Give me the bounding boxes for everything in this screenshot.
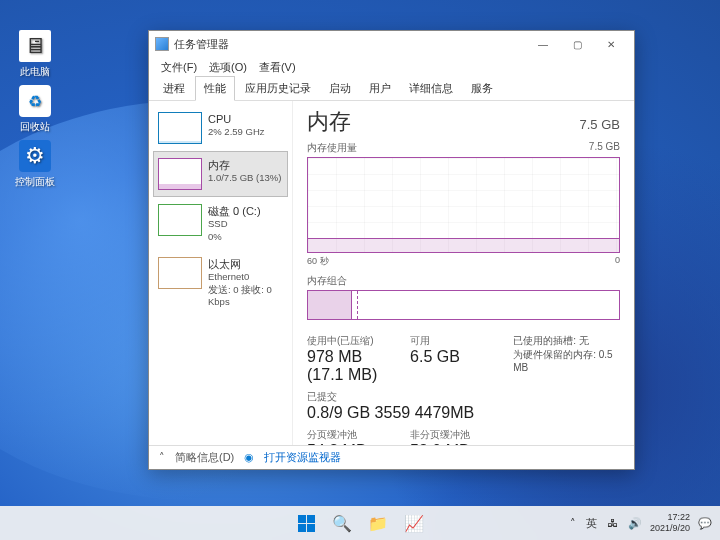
stat-in-use-label: 使用中(已压缩) bbox=[307, 334, 396, 348]
tray-overflow-button[interactable]: ˄ bbox=[568, 515, 578, 532]
sidebar-item-sub2: 0% bbox=[208, 231, 261, 243]
network-icon[interactable]: 🖧 bbox=[605, 515, 620, 531]
desktop-icon-this-pc[interactable]: 🖥 此电脑 bbox=[10, 30, 60, 79]
sidebar-item-sub: 2% 2.59 GHz bbox=[208, 126, 265, 138]
desktop-icon-label: 控制面板 bbox=[10, 175, 60, 189]
page-title: 内存 bbox=[307, 107, 351, 137]
tab-services[interactable]: 服务 bbox=[463, 77, 501, 100]
task-manager-window: 任务管理器 — ▢ ✕ 文件(F) 选项(O) 查看(V) 进程 性能 应用历史… bbox=[148, 30, 635, 470]
tab-startup[interactable]: 启动 bbox=[321, 77, 359, 100]
sidebar-item-ethernet[interactable]: 以太网 Ethernet0 发送: 0 接收: 0 Kbps bbox=[153, 250, 288, 315]
system-tray: ˄ 英 🖧 🔊 17:22 2021/9/20 💬 bbox=[568, 506, 714, 540]
chart-x-right: 0 bbox=[615, 255, 620, 268]
volume-icon[interactable]: 🔊 bbox=[626, 515, 644, 532]
taskbar[interactable]: 🔍 📁 📈 ˄ 英 🖧 🔊 17:22 2021/9/20 💬 bbox=[0, 506, 720, 540]
control-panel-icon: ⚙ bbox=[19, 140, 51, 172]
taskbar-clock[interactable]: 17:22 2021/9/20 bbox=[650, 512, 690, 534]
open-resource-monitor-link[interactable]: 打开资源监视器 bbox=[264, 450, 341, 465]
sidebar-item-sub: Ethernet0 bbox=[208, 271, 283, 283]
ime-icon[interactable]: 英 bbox=[584, 514, 599, 533]
brief-info-button[interactable]: 简略信息(D) bbox=[175, 450, 234, 465]
menu-options[interactable]: 选项(O) bbox=[205, 58, 251, 77]
close-button[interactable]: ✕ bbox=[594, 34, 628, 54]
stat-in-use-value: 978 MB (17.1 MB) bbox=[307, 348, 396, 384]
taskbar-date: 2021/9/20 bbox=[650, 523, 690, 534]
app-icon bbox=[155, 37, 169, 51]
tab-processes[interactable]: 进程 bbox=[155, 77, 193, 100]
chevron-up-icon[interactable]: ˄ bbox=[159, 451, 165, 464]
window-title: 任务管理器 bbox=[174, 37, 229, 52]
taskbar-app-taskmanager[interactable]: 📈 bbox=[399, 509, 429, 537]
stat-paged-label: 分页缓冲池 bbox=[307, 428, 396, 442]
sidebar-item-label: 以太网 bbox=[208, 257, 283, 271]
stat-committed-label: 已提交 bbox=[307, 390, 499, 404]
menu-file[interactable]: 文件(F) bbox=[157, 58, 201, 77]
stat-avail-value: 6.5 GB bbox=[410, 348, 499, 366]
tabbar: 进程 性能 应用历史记录 启动 用户 详细信息 服务 bbox=[149, 77, 634, 101]
performance-sidebar: CPU 2% 2.59 GHz 内存 1.0/7.5 GB (13%) 磁盘 0… bbox=[149, 101, 293, 445]
menu-view[interactable]: 查看(V) bbox=[255, 58, 300, 77]
stat-hwres-label: 为硬件保留的内存: bbox=[513, 349, 596, 360]
resmon-icon: ◉ bbox=[244, 451, 254, 464]
maximize-button[interactable]: ▢ bbox=[560, 34, 594, 54]
taskbar-time: 17:22 bbox=[650, 512, 690, 523]
chart-usage-label: 内存使用量 bbox=[307, 141, 357, 155]
chart-max-label: 7.5 GB bbox=[589, 141, 620, 155]
stat-nonpaged-label: 非分页缓冲池 bbox=[410, 428, 499, 442]
tab-performance[interactable]: 性能 bbox=[195, 76, 235, 101]
desktop-icon-label: 此电脑 bbox=[10, 65, 60, 79]
notifications-button[interactable]: 💬 bbox=[696, 515, 714, 532]
sidebar-item-disk[interactable]: 磁盘 0 (C:) SSD 0% bbox=[153, 197, 288, 250]
search-icon: 🔍 bbox=[332, 514, 352, 533]
sidebar-item-sub: 1.0/7.5 GB (13%) bbox=[208, 172, 281, 184]
desktop-icon-label: 回收站 bbox=[10, 120, 60, 134]
sidebar-item-sub2: 发送: 0 接收: 0 Kbps bbox=[208, 284, 283, 309]
stat-slots-label: 已使用的插槽: bbox=[513, 335, 576, 346]
windows-logo-icon bbox=[298, 515, 315, 532]
disk-thumb-icon bbox=[158, 204, 202, 236]
chart-icon: 📈 bbox=[404, 514, 424, 533]
cpu-thumb-icon bbox=[158, 112, 202, 144]
sidebar-item-label: CPU bbox=[208, 112, 265, 126]
desktop-icon-control-panel[interactable]: ⚙ 控制面板 bbox=[10, 140, 60, 189]
search-button[interactable]: 🔍 bbox=[327, 509, 357, 537]
window-footer: ˄ 简略信息(D) ◉ 打开资源监视器 bbox=[149, 445, 634, 469]
sidebar-item-label: 内存 bbox=[208, 158, 281, 172]
menubar: 文件(F) 选项(O) 查看(V) bbox=[149, 57, 634, 77]
sidebar-item-sub: SSD bbox=[208, 218, 261, 230]
chart-x-left: 60 秒 bbox=[307, 255, 329, 268]
stat-slots-value: 无 bbox=[579, 335, 589, 346]
start-button[interactable] bbox=[291, 509, 321, 537]
recycle-bin-icon: ♻ bbox=[19, 85, 51, 117]
tab-details[interactable]: 详细信息 bbox=[401, 77, 461, 100]
stat-avail-label: 可用 bbox=[410, 334, 499, 348]
memory-thumb-icon bbox=[158, 158, 202, 190]
file-explorer-button[interactable]: 📁 bbox=[363, 509, 393, 537]
memory-usage-chart[interactable] bbox=[307, 157, 620, 253]
titlebar[interactable]: 任务管理器 — ▢ ✕ bbox=[149, 31, 634, 57]
folder-icon: 📁 bbox=[368, 514, 388, 533]
sidebar-item-label: 磁盘 0 (C:) bbox=[208, 204, 261, 218]
memory-capacity: 7.5 GB bbox=[580, 117, 620, 132]
sidebar-item-memory[interactable]: 内存 1.0/7.5 GB (13%) bbox=[153, 151, 288, 197]
ethernet-thumb-icon bbox=[158, 257, 202, 289]
performance-main: 内存 7.5 GB 内存使用量 7.5 GB 60 秒 0 内存组合 使用中(已… bbox=[293, 101, 634, 445]
stat-committed-value: 0.8/9 GB 3559 4479MB bbox=[307, 404, 499, 422]
minimize-button[interactable]: — bbox=[526, 34, 560, 54]
sidebar-item-cpu[interactable]: CPU 2% 2.59 GHz bbox=[153, 105, 288, 151]
monitor-icon: 🖥 bbox=[19, 30, 51, 62]
desktop-icon-recycle-bin[interactable]: ♻ 回收站 bbox=[10, 85, 60, 134]
tab-users[interactable]: 用户 bbox=[361, 77, 399, 100]
composition-label: 内存组合 bbox=[307, 274, 620, 288]
memory-composition-bar[interactable] bbox=[307, 290, 620, 320]
tab-app-history[interactable]: 应用历史记录 bbox=[237, 77, 319, 100]
